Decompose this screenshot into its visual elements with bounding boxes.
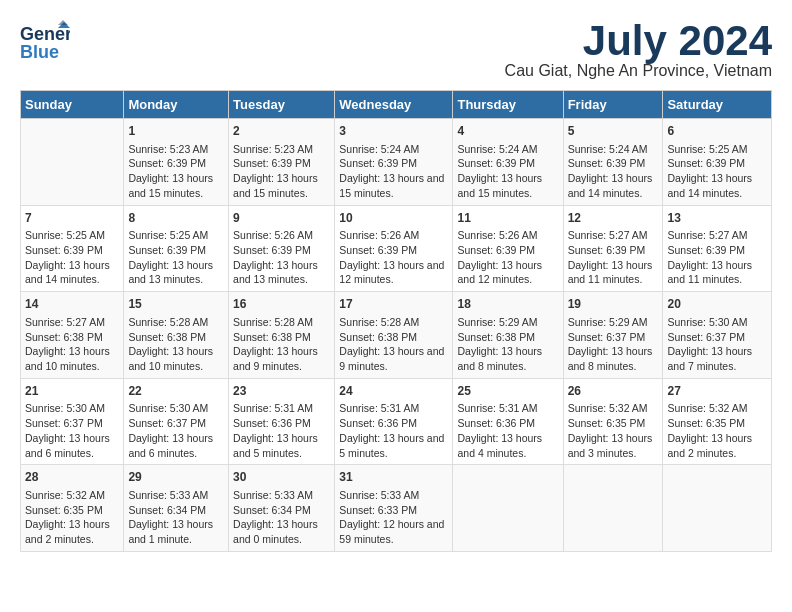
daylight-text: Daylight: 13 hours and 7 minutes. [667, 345, 752, 372]
daylight-text: Daylight: 12 hours and 59 minutes. [339, 518, 444, 545]
sunrise-text: Sunrise: 5:31 AM [339, 402, 419, 414]
daylight-text: Daylight: 13 hours and 14 minutes. [568, 172, 653, 199]
calendar-cell: 28Sunrise: 5:32 AMSunset: 6:35 PMDayligh… [21, 465, 124, 552]
daylight-text: Daylight: 13 hours and 6 minutes. [128, 432, 213, 459]
sunset-text: Sunset: 6:38 PM [128, 331, 206, 343]
sunset-text: Sunset: 6:39 PM [667, 244, 745, 256]
sunrise-text: Sunrise: 5:31 AM [233, 402, 313, 414]
sunrise-text: Sunrise: 5:25 AM [128, 229, 208, 241]
calendar-cell: 23Sunrise: 5:31 AMSunset: 6:36 PMDayligh… [229, 378, 335, 465]
sunset-text: Sunset: 6:36 PM [457, 417, 535, 429]
sunrise-text: Sunrise: 5:24 AM [457, 143, 537, 155]
sunset-text: Sunset: 6:37 PM [667, 331, 745, 343]
sunset-text: Sunset: 6:38 PM [457, 331, 535, 343]
header-friday: Friday [563, 91, 663, 119]
daylight-text: Daylight: 13 hours and 14 minutes. [667, 172, 752, 199]
daylight-text: Daylight: 13 hours and 5 minutes. [233, 432, 318, 459]
daylight-text: Daylight: 13 hours and 8 minutes. [568, 345, 653, 372]
calendar-row-3: 21Sunrise: 5:30 AMSunset: 6:37 PMDayligh… [21, 378, 772, 465]
calendar-row-2: 14Sunrise: 5:27 AMSunset: 6:38 PMDayligh… [21, 292, 772, 379]
sunset-text: Sunset: 6:38 PM [339, 331, 417, 343]
sunset-text: Sunset: 6:39 PM [128, 244, 206, 256]
calendar-cell: 30Sunrise: 5:33 AMSunset: 6:34 PMDayligh… [229, 465, 335, 552]
calendar-cell: 19Sunrise: 5:29 AMSunset: 6:37 PMDayligh… [563, 292, 663, 379]
day-number: 4 [457, 123, 558, 140]
day-number: 8 [128, 210, 224, 227]
calendar-cell: 18Sunrise: 5:29 AMSunset: 6:38 PMDayligh… [453, 292, 563, 379]
calendar-cell: 22Sunrise: 5:30 AMSunset: 6:37 PMDayligh… [124, 378, 229, 465]
sunrise-text: Sunrise: 5:33 AM [339, 489, 419, 501]
sunrise-text: Sunrise: 5:26 AM [339, 229, 419, 241]
calendar-cell: 20Sunrise: 5:30 AMSunset: 6:37 PMDayligh… [663, 292, 772, 379]
sunset-text: Sunset: 6:35 PM [25, 504, 103, 516]
daylight-text: Daylight: 13 hours and 8 minutes. [457, 345, 542, 372]
sunset-text: Sunset: 6:39 PM [568, 157, 646, 169]
day-number: 3 [339, 123, 448, 140]
day-number: 18 [457, 296, 558, 313]
sunset-text: Sunset: 6:35 PM [667, 417, 745, 429]
daylight-text: Daylight: 13 hours and 11 minutes. [568, 259, 653, 286]
sunrise-text: Sunrise: 5:33 AM [233, 489, 313, 501]
calendar-cell: 16Sunrise: 5:28 AMSunset: 6:38 PMDayligh… [229, 292, 335, 379]
day-number: 31 [339, 469, 448, 486]
day-number: 30 [233, 469, 330, 486]
daylight-text: Daylight: 13 hours and 9 minutes. [339, 345, 444, 372]
sunrise-text: Sunrise: 5:30 AM [25, 402, 105, 414]
sunset-text: Sunset: 6:37 PM [128, 417, 206, 429]
sunrise-text: Sunrise: 5:26 AM [233, 229, 313, 241]
page-title: July 2024 [505, 20, 772, 62]
logo: General Blue [20, 20, 70, 65]
calendar-cell: 29Sunrise: 5:33 AMSunset: 6:34 PMDayligh… [124, 465, 229, 552]
sunset-text: Sunset: 6:34 PM [233, 504, 311, 516]
day-number: 12 [568, 210, 659, 227]
header: General Blue July 2024 Cau Giat, Nghe An… [20, 20, 772, 80]
daylight-text: Daylight: 13 hours and 12 minutes. [457, 259, 542, 286]
calendar-cell: 21Sunrise: 5:30 AMSunset: 6:37 PMDayligh… [21, 378, 124, 465]
calendar-cell: 7Sunrise: 5:25 AMSunset: 6:39 PMDaylight… [21, 205, 124, 292]
daylight-text: Daylight: 13 hours and 15 minutes. [457, 172, 542, 199]
calendar-cell: 14Sunrise: 5:27 AMSunset: 6:38 PMDayligh… [21, 292, 124, 379]
calendar-cell: 1Sunrise: 5:23 AMSunset: 6:39 PMDaylight… [124, 119, 229, 206]
day-number: 13 [667, 210, 767, 227]
calendar-cell: 27Sunrise: 5:32 AMSunset: 6:35 PMDayligh… [663, 378, 772, 465]
sunrise-text: Sunrise: 5:27 AM [568, 229, 648, 241]
day-number: 6 [667, 123, 767, 140]
day-number: 23 [233, 383, 330, 400]
sunrise-text: Sunrise: 5:25 AM [25, 229, 105, 241]
daylight-text: Daylight: 13 hours and 15 minutes. [128, 172, 213, 199]
sunrise-text: Sunrise: 5:30 AM [128, 402, 208, 414]
daylight-text: Daylight: 13 hours and 13 minutes. [128, 259, 213, 286]
page-subtitle: Cau Giat, Nghe An Province, Vietnam [505, 62, 772, 80]
daylight-text: Daylight: 13 hours and 6 minutes. [25, 432, 110, 459]
day-number: 15 [128, 296, 224, 313]
header-wednesday: Wednesday [335, 91, 453, 119]
day-number: 9 [233, 210, 330, 227]
day-number: 27 [667, 383, 767, 400]
sunset-text: Sunset: 6:38 PM [25, 331, 103, 343]
daylight-text: Daylight: 13 hours and 12 minutes. [339, 259, 444, 286]
day-number: 5 [568, 123, 659, 140]
day-number: 1 [128, 123, 224, 140]
sunset-text: Sunset: 6:39 PM [339, 244, 417, 256]
daylight-text: Daylight: 13 hours and 13 minutes. [233, 259, 318, 286]
sunrise-text: Sunrise: 5:32 AM [667, 402, 747, 414]
calendar-cell [453, 465, 563, 552]
calendar-cell: 17Sunrise: 5:28 AMSunset: 6:38 PMDayligh… [335, 292, 453, 379]
daylight-text: Daylight: 13 hours and 5 minutes. [339, 432, 444, 459]
sunset-text: Sunset: 6:39 PM [128, 157, 206, 169]
daylight-text: Daylight: 13 hours and 2 minutes. [667, 432, 752, 459]
sunset-text: Sunset: 6:37 PM [25, 417, 103, 429]
sunset-text: Sunset: 6:34 PM [128, 504, 206, 516]
daylight-text: Daylight: 13 hours and 10 minutes. [128, 345, 213, 372]
calendar-cell: 31Sunrise: 5:33 AMSunset: 6:33 PMDayligh… [335, 465, 453, 552]
header-thursday: Thursday [453, 91, 563, 119]
calendar-cell: 13Sunrise: 5:27 AMSunset: 6:39 PMDayligh… [663, 205, 772, 292]
daylight-text: Daylight: 13 hours and 11 minutes. [667, 259, 752, 286]
sunset-text: Sunset: 6:39 PM [25, 244, 103, 256]
daylight-text: Daylight: 13 hours and 15 minutes. [233, 172, 318, 199]
daylight-text: Daylight: 13 hours and 0 minutes. [233, 518, 318, 545]
calendar-cell: 12Sunrise: 5:27 AMSunset: 6:39 PMDayligh… [563, 205, 663, 292]
sunrise-text: Sunrise: 5:24 AM [339, 143, 419, 155]
daylight-text: Daylight: 13 hours and 3 minutes. [568, 432, 653, 459]
sunrise-text: Sunrise: 5:29 AM [568, 316, 648, 328]
